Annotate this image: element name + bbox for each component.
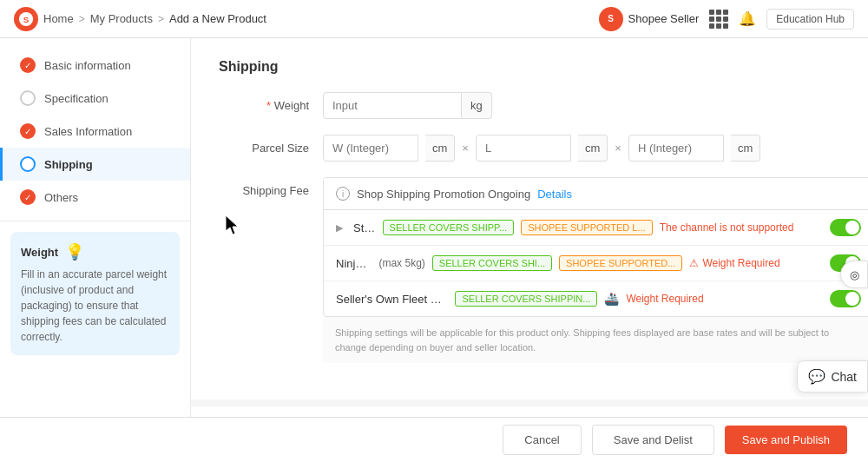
shopee-supported-tag: SHOPEE SUPPORTED L... [521, 220, 653, 235]
parcel-size-row: Parcel Size cm × cm × cm [219, 135, 840, 162]
status-active-icon [20, 156, 36, 172]
weight-input[interactable] [323, 92, 462, 119]
scroll-ref-button[interactable]: ◎ [840, 261, 868, 288]
parcel-size-container: cm × cm × cm [323, 135, 840, 162]
tooltip-title: Weight 💡 [21, 242, 169, 261]
shopee-seller-icon: S [599, 7, 623, 31]
channel-error-text: The channel is not supported [660, 221, 794, 234]
footer: Cancel Save and Delist Save and Publish [0, 417, 868, 462]
sidebar-item-shipping[interactable]: Shipping [0, 148, 190, 181]
shipping-note: Shipping settings will be applicable for… [323, 317, 868, 363]
delivery-name: Ninja Van (Self Collectio... [336, 257, 372, 270]
weight-required-text: Weight Required [626, 293, 703, 305]
breadcrumb-sep1: > [79, 13, 85, 25]
chat-label: Chat [831, 370, 857, 384]
seller-name: Shopee Seller [628, 12, 700, 25]
sidebar-item-label: Others [44, 191, 78, 204]
info-icon: i [336, 187, 350, 201]
seller-badge: S Shopee Seller [599, 7, 700, 31]
delivery-max-weight: (max 5kg) [378, 257, 424, 269]
save-publish-button[interactable]: Save and Publish [725, 426, 847, 454]
sidebar-divider [0, 221, 190, 221]
own-fleet-toggle[interactable] [830, 290, 861, 307]
toggle-knob [845, 292, 859, 306]
weight-label: Weight [219, 92, 323, 112]
tooltip-text: Fill in an accurate parcel weight (inclu… [21, 267, 169, 345]
weight-tooltip: Weight 💡 Fill in an accurate parcel weig… [10, 232, 180, 355]
sidebar-item-label: Shipping [44, 158, 93, 171]
parcel-w-unit: cm [425, 135, 455, 162]
seller-covers-tag: SELLER COVERS SHIPPIN... [455, 291, 597, 307]
delivery-row-ninja-van: Ninja Van (Self Collectio... (max 5kg) S… [324, 246, 868, 281]
breadcrumb-sep2: > [158, 13, 164, 25]
parcel-l-unit: cm [578, 135, 608, 162]
header-right: S Shopee Seller 🔔 Education Hub [599, 7, 854, 31]
lightbulb-icon: 💡 [65, 242, 84, 261]
shipping-fee-row: Shipping Fee i Shop Shipping Promotion O… [219, 177, 840, 363]
breadcrumb-home[interactable]: Home [43, 12, 74, 25]
chat-button[interactable]: 💬 Chat [797, 360, 868, 393]
toggle-knob [845, 221, 859, 234]
weight-unit: kg [462, 92, 492, 119]
scroll-ref-icon: ◎ [850, 268, 859, 281]
header-left: S Home > My Products > Add a New Product [14, 7, 266, 31]
seller-covers-tag: SELLER COVERS SHI... [432, 255, 552, 271]
weight-required-text: ⚠Weight Required [689, 257, 779, 269]
status-done-icon: ✓ [20, 123, 36, 139]
apps-icon[interactable] [709, 10, 728, 29]
sidebar-item-label: Sales Information [44, 125, 132, 138]
weight-req-icon: ⚠ [689, 257, 699, 269]
status-done-icon: ✓ [20, 189, 36, 205]
content-area: Shipping Weight kg Parcel Size cm [191, 38, 868, 462]
shipping-fee-header: i Shop Shipping Promotion Ongoing Detail… [324, 178, 868, 210]
shipping-section-title: Shipping [219, 59, 840, 75]
shipping-fee-container: i Shop Shipping Promotion Ongoing Detail… [323, 177, 868, 363]
parcel-size-label: Parcel Size [219, 135, 323, 155]
delivery-row-own-fleet: Seller's Own Fleet Delivery SELLER COVER… [324, 281, 868, 316]
weight-row: Weight kg [219, 92, 840, 119]
sidebar-item-basic-information[interactable]: ✓ Basic information [0, 49, 190, 82]
delivery-name: Standard Delivery (L.... [353, 221, 376, 234]
promo-text: Shop Shipping Promotion Ongoing [357, 188, 530, 201]
seller-covers-tag: SELLER COVERS SHIPP... [383, 220, 515, 235]
education-hub-button[interactable]: Education Hub [766, 9, 854, 30]
sidebar-item-specification[interactable]: Specification [0, 82, 190, 115]
main-layout: ✓ Basic information Specification ✓ Sale… [0, 38, 868, 462]
notification-bell-button[interactable]: 🔔 [739, 10, 756, 27]
save-delist-button[interactable]: Save and Delist [592, 425, 714, 455]
parcel-length-input[interactable] [476, 135, 571, 162]
delivery-name: Seller's Own Fleet Delivery [336, 293, 448, 306]
ship-icon: 🚢 [604, 292, 619, 306]
parcel-height-input[interactable] [628, 135, 724, 162]
shopee-logo: S [14, 7, 38, 31]
sidebar-item-label: Basic information [44, 59, 131, 72]
sidebar: ✓ Basic information Specification ✓ Sale… [0, 38, 191, 462]
parcel-x-sep2: × [615, 142, 621, 155]
sidebar-item-sales-information[interactable]: ✓ Sales Information [0, 115, 190, 148]
parcel-width-input[interactable] [323, 135, 418, 162]
delivery-row-standard: ▶ Standard Delivery (L.... SELLER COVERS… [324, 210, 868, 246]
sidebar-item-others[interactable]: ✓ Others [0, 181, 190, 214]
breadcrumb-current: Add a New Product [169, 12, 266, 25]
details-link[interactable]: Details [537, 188, 572, 201]
status-empty-icon [20, 90, 36, 106]
standard-delivery-toggle[interactable] [830, 219, 861, 236]
parcel-x-sep1: × [462, 142, 469, 155]
weight-input-container: kg [323, 92, 840, 119]
svg-text:S: S [23, 14, 30, 23]
status-done-icon: ✓ [20, 57, 36, 73]
expand-arrow-icon[interactable]: ▶ [336, 222, 343, 234]
shipping-section: Shipping Weight kg Parcel Size cm [191, 38, 868, 399]
parcel-h-unit: cm [731, 135, 760, 162]
shopee-supported-tag: SHOPEE SUPPORTED... [559, 255, 682, 271]
breadcrumb-my-products[interactable]: My Products [90, 12, 153, 25]
cancel-button[interactable]: Cancel [503, 425, 581, 455]
shipping-fee-label: Shipping Fee [219, 177, 323, 197]
chat-icon: 💬 [808, 368, 825, 385]
shipping-fee-box: i Shop Shipping Promotion Ongoing Detail… [323, 177, 868, 317]
sidebar-item-label: Specification [44, 92, 108, 105]
header: S Home > My Products > Add a New Product… [0, 0, 868, 38]
